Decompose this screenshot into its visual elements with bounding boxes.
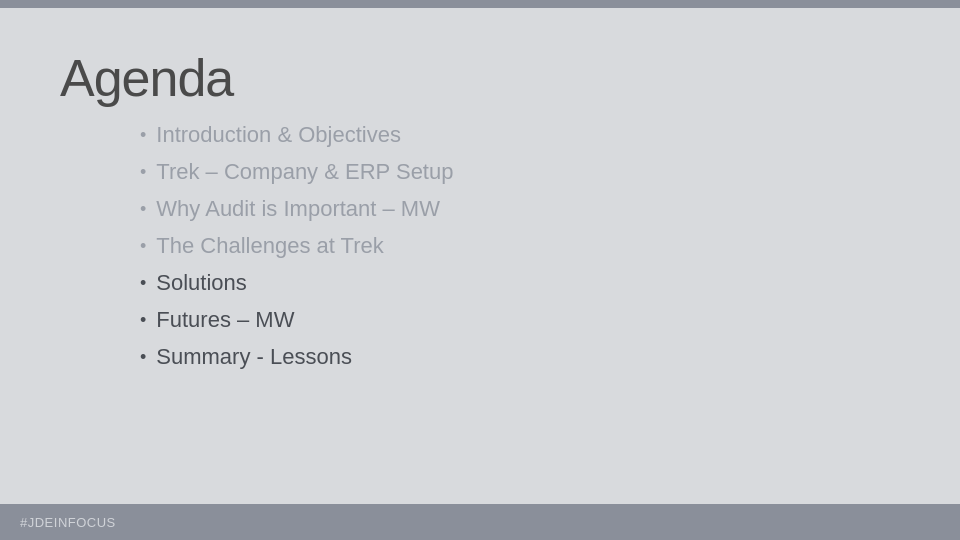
list-item: •Trek – Company & ERP Setup [140, 155, 900, 188]
bullet-icon: • [140, 274, 146, 292]
bullet-icon: • [140, 311, 146, 329]
bullet-icon: • [140, 126, 146, 144]
agenda-item-text: Solutions [156, 266, 247, 299]
slide-title: Agenda [60, 48, 900, 108]
agenda-item-text: Why Audit is Important – MW [156, 192, 440, 225]
agenda-item-text: The Challenges at Trek [156, 229, 383, 262]
bullet-icon: • [140, 237, 146, 255]
list-item: •Solutions [140, 266, 900, 299]
bottom-bar: #JDEINFOCUS [0, 504, 960, 540]
agenda-item-text: Introduction & Objectives [156, 118, 401, 151]
agenda-list: •Introduction & Objectives•Trek – Compan… [60, 118, 900, 373]
slide-content: Agenda •Introduction & Objectives•Trek –… [0, 8, 960, 504]
hashtag-label: #JDEINFOCUS [20, 515, 116, 530]
list-item: •Introduction & Objectives [140, 118, 900, 151]
agenda-item-text: Futures – MW [156, 303, 294, 336]
bullet-icon: • [140, 163, 146, 181]
bullet-icon: • [140, 200, 146, 218]
list-item: •Why Audit is Important – MW [140, 192, 900, 225]
bullet-icon: • [140, 348, 146, 366]
list-item: •Summary - Lessons [140, 340, 900, 373]
list-item: •Futures – MW [140, 303, 900, 336]
agenda-item-text: Summary - Lessons [156, 340, 352, 373]
agenda-item-text: Trek – Company & ERP Setup [156, 155, 453, 188]
top-bar [0, 0, 960, 8]
slide-container: Agenda •Introduction & Objectives•Trek –… [0, 0, 960, 540]
list-item: •The Challenges at Trek [140, 229, 900, 262]
